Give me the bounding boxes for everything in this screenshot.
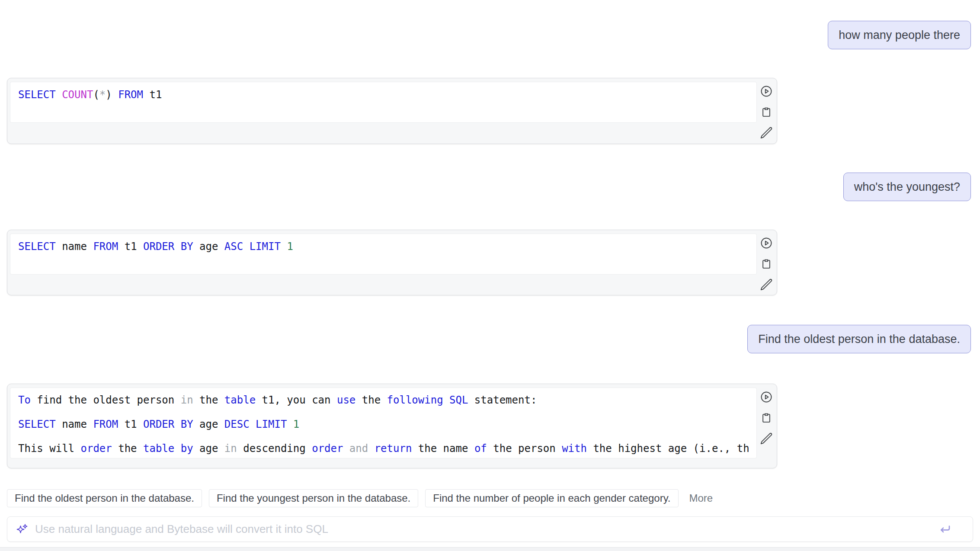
return-arrow-icon <box>938 522 952 536</box>
run-query-button[interactable] <box>760 84 773 98</box>
edit-button[interactable] <box>760 432 773 445</box>
user-message-bubble: who's the youngest? <box>843 173 971 201</box>
suggestion-chip-youngest[interactable]: Find the youngest person in the database… <box>209 489 418 507</box>
suggestion-chip-gender-count[interactable]: Find the number of people in each gender… <box>425 489 678 507</box>
answer-text-line: To find the oldest person in the table t… <box>18 394 749 406</box>
submit-query-button[interactable] <box>938 522 952 536</box>
answer-text-line: This will order the table by age in desc… <box>18 442 749 455</box>
edit-button[interactable] <box>760 278 773 291</box>
sql-answer-card: To find the oldest person in the table t… <box>7 384 777 468</box>
run-query-button[interactable] <box>760 390 773 404</box>
pencil-icon <box>760 126 773 139</box>
card-footer <box>7 275 777 295</box>
pencil-icon <box>760 432 773 445</box>
sql-toolbar <box>759 390 774 445</box>
sql-code-editor[interactable]: SELECT name FROM t1 ORDER BY age ASC LIM… <box>10 234 757 275</box>
nl2sql-composer <box>7 516 973 542</box>
natural-language-input[interactable] <box>34 522 938 536</box>
copy-button[interactable] <box>760 257 773 270</box>
sql-code-editor[interactable]: To find the oldest person in the table t… <box>10 388 757 458</box>
sql-code-line: SELECT COUNT(*) FROM t1 <box>18 89 749 101</box>
card-footer <box>7 123 777 144</box>
run-query-button[interactable] <box>760 236 773 250</box>
user-message-row: who's the youngest? <box>0 173 980 201</box>
play-circle-icon <box>760 237 773 250</box>
clipboard-icon <box>760 106 773 119</box>
sparkles-icon <box>16 523 28 535</box>
clipboard-icon <box>760 257 773 270</box>
play-circle-icon <box>760 391 773 404</box>
sql-answer-card: SELECT name FROM t1 ORDER BY age ASC LIM… <box>7 230 777 295</box>
card-footer <box>7 458 777 468</box>
sql-code-line: SELECT name FROM t1 ORDER BY age ASC LIM… <box>18 240 749 253</box>
user-message-bubble: how many people there <box>828 21 971 49</box>
edit-button[interactable] <box>760 126 773 139</box>
user-message-row: Find the oldest person in the database. <box>0 325 980 353</box>
bottom-divider <box>0 547 980 551</box>
suggestion-chip-oldest[interactable]: Find the oldest person in the database. <box>7 489 202 507</box>
clipboard-icon <box>760 411 773 424</box>
copy-button[interactable] <box>760 105 773 119</box>
sql-toolbar <box>759 84 774 139</box>
bytebase-ai-chat: how many people there SELECT COUNT(*) FR… <box>0 0 980 551</box>
more-suggestions-button[interactable]: More <box>689 492 713 504</box>
copy-button[interactable] <box>760 411 773 424</box>
user-message-row: how many people there <box>0 21 980 49</box>
sql-answer-card: SELECT COUNT(*) FROM t1 <box>7 78 777 144</box>
suggestion-chips-row: Find the oldest person in the database. … <box>7 489 973 507</box>
sql-toolbar <box>759 236 774 291</box>
play-circle-icon <box>760 85 773 98</box>
sql-code-editor[interactable]: SELECT COUNT(*) FROM t1 <box>10 82 757 123</box>
sql-code-line: SELECT name FROM t1 ORDER BY age DESC LI… <box>18 418 749 430</box>
user-message-bubble: Find the oldest person in the database. <box>747 325 971 353</box>
pencil-icon <box>760 278 773 291</box>
